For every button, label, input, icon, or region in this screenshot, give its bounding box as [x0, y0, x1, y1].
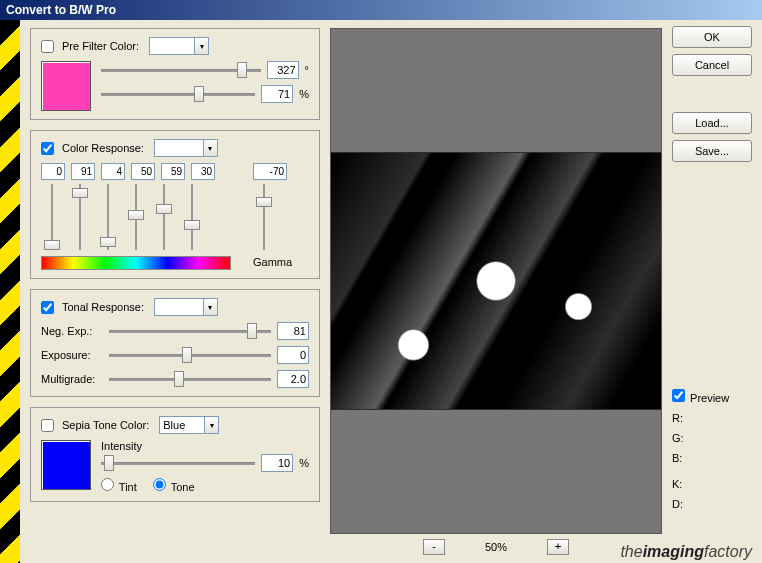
sat-value[interactable]: 71 — [261, 85, 293, 103]
pre-filter-swatch[interactable] — [41, 61, 91, 111]
chevron-down-icon: ▾ — [204, 417, 218, 433]
cancel-button[interactable]: Cancel — [672, 54, 752, 76]
chevron-down-icon: ▾ — [203, 299, 217, 315]
intensity-suffix: % — [299, 457, 309, 469]
intensity-value[interactable]: 10 — [261, 454, 293, 472]
intensity-label: Intensity — [101, 440, 309, 452]
tonal-response-checkbox[interactable] — [41, 301, 54, 314]
brand-logo: theimagingfactory — [620, 543, 752, 561]
preview-area: - 50% + — [330, 28, 662, 534]
ch5-value[interactable]: 30 — [191, 163, 215, 180]
tone-radio-label[interactable]: Tone — [153, 478, 195, 493]
color-response-label: Color Response: — [62, 142, 144, 154]
preview-checkbox-label[interactable]: Preview — [672, 392, 729, 404]
tint-radio-label[interactable]: Tint — [101, 478, 137, 493]
title-bar: Convert to B/W Pro — [0, 0, 762, 20]
ch4-slider[interactable] — [153, 184, 175, 250]
color-response-panel: Color Response: ▾ 0 91 4 50 59 30 — [30, 130, 320, 279]
ch1-slider[interactable] — [69, 184, 91, 250]
ch3-slider[interactable] — [125, 184, 147, 250]
hue-slider[interactable] — [101, 61, 261, 79]
sepia-label: Sepia Tone Color: — [62, 419, 149, 431]
tonal-response-panel: Tonal Response: ▾ Neg. Exp.: 81 Exposure… — [30, 289, 320, 397]
pre-filter-checkbox[interactable] — [41, 40, 54, 53]
hazard-stripe — [0, 20, 20, 563]
spectrum-bar — [41, 256, 231, 270]
tint-radio[interactable] — [101, 478, 114, 491]
sepia-swatch[interactable] — [41, 440, 91, 490]
ok-button[interactable]: OK — [672, 26, 752, 48]
sat-slider[interactable] — [101, 85, 255, 103]
negexp-value[interactable]: 81 — [277, 322, 309, 340]
pre-filter-label: Pre Filter Color: — [62, 40, 139, 52]
g-label: G: — [672, 428, 684, 448]
tone-radio[interactable] — [153, 478, 166, 491]
tonal-response-dropdown[interactable]: ▾ — [154, 298, 218, 316]
ch2-value[interactable]: 4 — [101, 163, 125, 180]
degree-suffix: ° — [305, 64, 309, 76]
negexp-slider[interactable] — [109, 322, 271, 340]
window-title: Convert to B/W Pro — [6, 3, 116, 17]
zoom-label: 50% — [485, 541, 507, 553]
pre-filter-dropdown[interactable]: ▾ — [149, 37, 209, 55]
sepia-dropdown-value: Blue — [160, 419, 204, 431]
exposure-value[interactable]: 0 — [277, 346, 309, 364]
negexp-label: Neg. Exp.: — [41, 325, 103, 337]
intensity-slider[interactable] — [101, 454, 255, 472]
sepia-panel: Sepia Tone Color: Blue ▾ Intensity 10 % — [30, 407, 320, 502]
multigrade-label: Multigrade: — [41, 373, 103, 385]
d-label: D: — [672, 494, 683, 514]
tonal-response-label: Tonal Response: — [62, 301, 144, 313]
sepia-checkbox[interactable] — [41, 419, 54, 432]
chevron-down-icon: ▾ — [194, 38, 208, 54]
k-label: K: — [672, 474, 682, 494]
percent-suffix: % — [299, 88, 309, 100]
preview-checkbox[interactable] — [672, 389, 685, 402]
ch1-value[interactable]: 91 — [71, 163, 95, 180]
exposure-slider[interactable] — [109, 346, 271, 364]
preview-image — [331, 152, 661, 410]
gamma-slider[interactable] — [253, 184, 275, 250]
exposure-label: Exposure: — [41, 349, 103, 361]
ch5-slider[interactable] — [181, 184, 203, 250]
ch3-value[interactable]: 50 — [131, 163, 155, 180]
color-response-dropdown[interactable]: ▾ — [154, 139, 218, 157]
b-label: B: — [672, 448, 682, 468]
multigrade-value[interactable]: 2.0 — [277, 370, 309, 388]
ch2-slider[interactable] — [97, 184, 119, 250]
multigrade-slider[interactable] — [109, 370, 271, 388]
color-response-checkbox[interactable] — [41, 142, 54, 155]
pre-filter-panel: Pre Filter Color: ▾ 327 ° — [30, 28, 320, 120]
gamma-label: Gamma — [253, 256, 309, 268]
ch0-slider[interactable] — [41, 184, 63, 250]
ch0-value[interactable]: 0 — [41, 163, 65, 180]
sepia-dropdown[interactable]: Blue ▾ — [159, 416, 219, 434]
gamma-value[interactable]: -70 — [253, 163, 287, 180]
zoom-out-button[interactable]: - — [423, 539, 445, 555]
ch4-value[interactable]: 59 — [161, 163, 185, 180]
chevron-down-icon: ▾ — [203, 140, 217, 156]
hue-value[interactable]: 327 — [267, 61, 299, 79]
zoom-in-button[interactable]: + — [547, 539, 569, 555]
r-label: R: — [672, 408, 683, 428]
save-button[interactable]: Save... — [672, 140, 752, 162]
load-button[interactable]: Load... — [672, 112, 752, 134]
